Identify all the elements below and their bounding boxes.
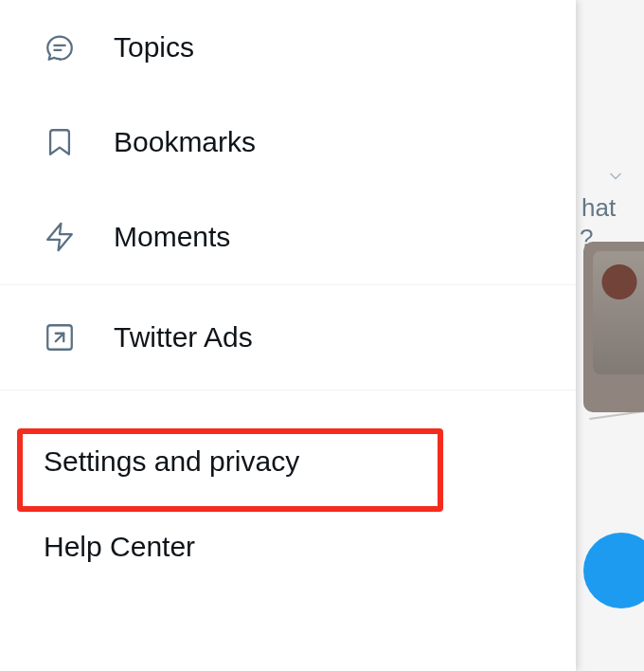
- nav-item-label: Settings and privacy: [44, 445, 299, 478]
- nav-item-settings-privacy[interactable]: Settings and privacy: [0, 419, 576, 504]
- spacer: [0, 390, 576, 419]
- nav-item-label: Topics: [114, 31, 194, 63]
- lightning-icon: [44, 221, 76, 253]
- nav-item-topics[interactable]: Topics: [0, 0, 576, 95]
- navigation-drawer: Topics Bookmarks Moments Twitter Ads: [0, 0, 576, 671]
- nav-item-twitter-ads[interactable]: Twitter Ads: [0, 285, 576, 390]
- nav-item-label: Help Center: [44, 531, 195, 563]
- backdrop-text-fragment: hat: [581, 193, 616, 223]
- svg-line-4: [56, 334, 64, 342]
- svg-marker-2: [47, 224, 72, 250]
- backdrop-tweet-image: [583, 242, 644, 412]
- nav-item-moments[interactable]: Moments: [0, 190, 576, 284]
- external-link-icon: [44, 321, 76, 354]
- nav-item-help-center[interactable]: Help Center: [0, 504, 576, 589]
- nav-item-bookmarks[interactable]: Bookmarks: [0, 95, 576, 190]
- nav-item-label: Twitter Ads: [114, 321, 253, 354]
- bookmark-icon: [44, 126, 76, 158]
- compose-tweet-button[interactable]: [583, 533, 644, 608]
- chevron-down-icon: [606, 167, 625, 190]
- obscured-background: hat ?: [576, 0, 644, 671]
- nav-item-label: Moments: [114, 221, 230, 253]
- topics-icon: [44, 31, 76, 63]
- nav-item-label: Bookmarks: [114, 126, 256, 158]
- backdrop-image-detail: [589, 408, 644, 445]
